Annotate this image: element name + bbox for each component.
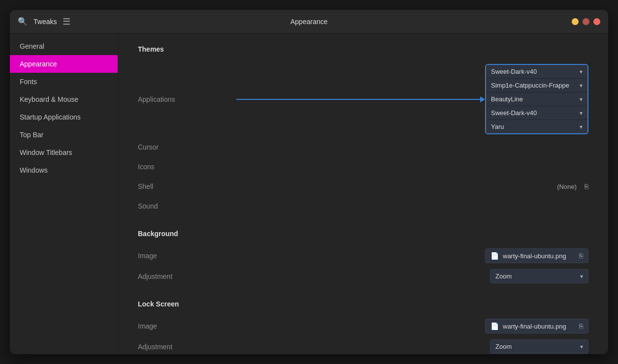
lock-image-label: Image: [138, 322, 236, 330]
bg-image-field[interactable]: 📄 warty-final-ubuntu.png ⎘: [485, 248, 588, 263]
copy-icon[interactable]: ⎘: [579, 252, 583, 260]
sidebar-item-appearance[interactable]: Appearance: [10, 55, 118, 73]
main-content: Themes Applications: [118, 33, 608, 354]
lock-image-row: Image 📄 warty-final-ubuntu.png ⎘: [138, 316, 588, 336]
themes-section: Themes Applications: [138, 45, 588, 216]
lock-adjustment-control: Zoom ▾: [490, 339, 588, 354]
background-section-title: Background: [138, 230, 588, 238]
sound-label: Sound: [138, 202, 236, 210]
sidebar-item-window-titlebars[interactable]: Window Titlebars: [10, 144, 118, 161]
shell-control: (None) ⎘: [557, 182, 588, 190]
minimize-button[interactable]: [572, 18, 579, 25]
icons-label: Icons: [138, 163, 236, 171]
sidebar-item-general[interactable]: General: [10, 37, 118, 55]
app-title: Tweaks: [33, 18, 57, 26]
chevron-down-icon: ▾: [580, 343, 583, 350]
applications-label: Applications: [138, 95, 236, 103]
lock-screen-section: Lock Screen Image 📄 warty-final-ubuntu.p…: [138, 300, 588, 354]
chevron-down-icon: ▾: [580, 123, 583, 130]
bg-image-label: Image: [138, 252, 236, 260]
chevron-down-icon: ▾: [580, 68, 583, 75]
cursor-row: Cursor: [138, 137, 588, 157]
bg-adjustment-row: Adjustment Zoom ▾: [138, 266, 588, 286]
copy-icon[interactable]: ⎘: [579, 322, 583, 330]
close-button[interactable]: [593, 18, 600, 25]
background-section: Background Image 📄 warty-final-ubuntu.pn…: [138, 230, 588, 286]
chevron-down-icon: ▾: [580, 110, 583, 117]
window-controls: [572, 18, 600, 25]
sidebar-item-windows[interactable]: Windows: [10, 161, 118, 179]
sidebar-item-top-bar[interactable]: Top Bar: [10, 126, 118, 144]
icons-row: Icons: [138, 157, 588, 177]
search-icon[interactable]: 🔍: [18, 17, 28, 26]
icons-dropdown[interactable]: BeautyLine ▾: [486, 92, 587, 106]
shell-copy-icon[interactable]: ⎘: [585, 182, 588, 190]
chevron-down-icon: ▾: [580, 273, 583, 280]
bg-image-row: Image 📄 warty-final-ubuntu.png ⎘: [138, 245, 588, 266]
chevron-down-icon: ▾: [580, 96, 583, 103]
titlebar-left: 🔍 Tweaks ☰: [18, 16, 70, 27]
lock-image-control: 📄 warty-final-ubuntu.png ⎘: [485, 319, 588, 334]
themes-section-title: Themes: [138, 45, 588, 53]
arrow-line: [236, 99, 480, 100]
file-icon: 📄: [490, 322, 499, 330]
sound-dropdown[interactable]: Yaru ▾: [486, 120, 587, 133]
file-icon: 📄: [490, 252, 499, 260]
sound-row: Sound: [138, 196, 588, 216]
bg-adjustment-label: Adjustment: [138, 273, 236, 280]
arrow-container: [236, 96, 485, 102]
bg-adjustment-control: Zoom ▾: [490, 269, 588, 283]
main-window: 🔍 Tweaks ☰ Appearance General Appearance…: [10, 10, 608, 354]
themes-dropdown-group: Sweet-Dark-v40 ▾ Simp1e-Catppuccin-Frapp…: [485, 64, 588, 134]
blue-arrow: [236, 96, 485, 102]
sidebar-item-startup-applications[interactable]: Startup Applications: [10, 108, 118, 126]
applications-row: Applications Sweet-Dark-v40 ▾: [138, 61, 588, 137]
content-area: General Appearance Fonts Keyboard & Mous…: [10, 33, 608, 354]
lock-adjustment-dropdown[interactable]: Zoom ▾: [490, 339, 588, 354]
titlebar: 🔍 Tweaks ☰ Appearance: [10, 10, 608, 33]
chevron-down-icon: ▾: [580, 82, 583, 89]
cursor-label: Cursor: [138, 143, 236, 151]
arrow-head: [480, 96, 485, 102]
sidebar: General Appearance Fonts Keyboard & Mous…: [10, 33, 118, 354]
cursor-dropdown[interactable]: Simp1e-Catppuccin-Frappe ▾: [486, 79, 587, 92]
shell-none-value: (None): [557, 183, 577, 190]
lock-adjustment-row: Adjustment Zoom ▾: [138, 336, 588, 354]
shell-label: Shell: [138, 182, 236, 190]
shell-row: Shell (None) ⎘: [138, 177, 588, 196]
maximize-button[interactable]: [583, 18, 589, 25]
lock-adjustment-label: Adjustment: [138, 343, 236, 351]
sidebar-item-keyboard-mouse[interactable]: Keyboard & Mouse: [10, 91, 118, 108]
applications-dropdown[interactable]: Sweet-Dark-v40 ▾: [486, 65, 587, 79]
menu-icon[interactable]: ☰: [63, 16, 70, 27]
page-title: Appearance: [291, 18, 328, 26]
lock-image-field[interactable]: 📄 warty-final-ubuntu.png ⎘: [485, 319, 588, 334]
themes-dropdown-group-container: Sweet-Dark-v40 ▾ Simp1e-Catppuccin-Frapp…: [485, 64, 588, 134]
bg-image-control: 📄 warty-final-ubuntu.png ⎘: [485, 248, 588, 263]
sidebar-item-fonts[interactable]: Fonts: [10, 73, 118, 91]
bg-adjustment-dropdown[interactable]: Zoom ▾: [490, 269, 588, 283]
lock-screen-section-title: Lock Screen: [138, 300, 588, 308]
shell-dropdown-theme[interactable]: Sweet-Dark-v40 ▾: [486, 106, 587, 120]
